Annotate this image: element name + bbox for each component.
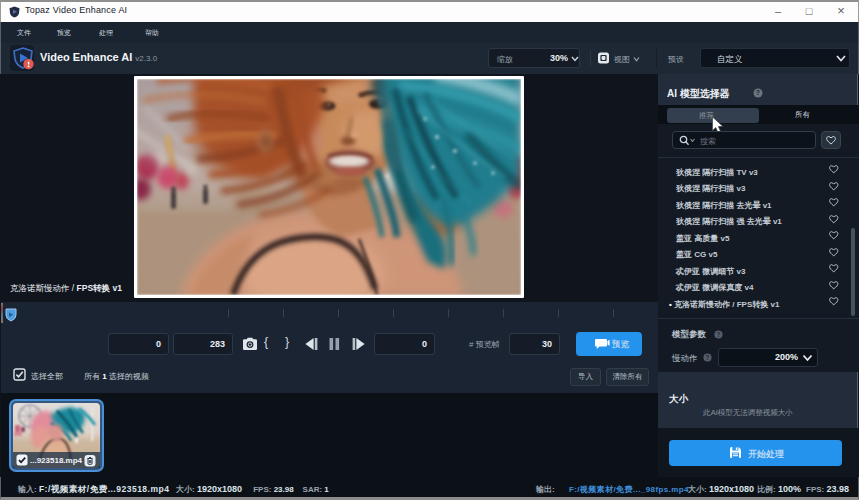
svg-text:?: ? [756, 89, 760, 96]
svg-text:?: ? [706, 354, 710, 361]
svg-text:?: ? [717, 331, 721, 338]
